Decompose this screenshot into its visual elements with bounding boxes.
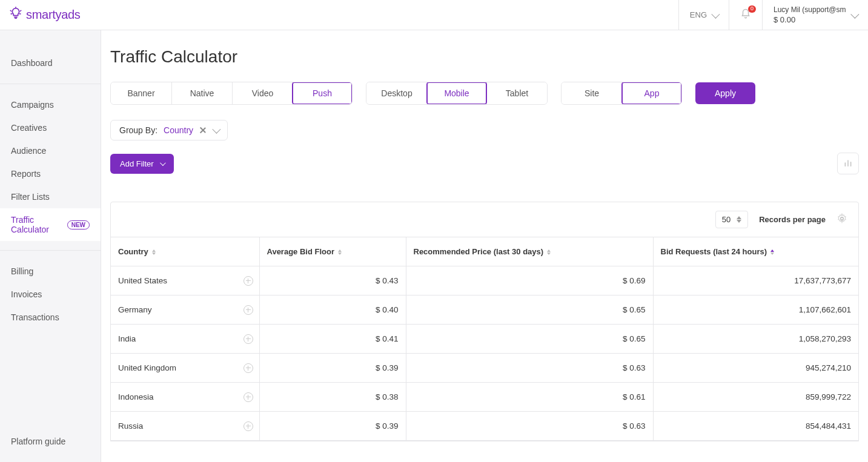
sidebar-item-audience[interactable]: Audience — [0, 139, 101, 162]
sidebar-item-label: Transactions — [11, 312, 59, 322]
filter-row: BannerNativeVideoPush DesktopMobileTable… — [110, 82, 859, 105]
new-badge: NEW — [67, 220, 90, 229]
main-content: Traffic Calculator BannerNativeVideoPush… — [101, 30, 868, 462]
sidebar-item-label: Billing — [11, 266, 33, 276]
sidebar-item-label: Audience — [11, 146, 46, 156]
add-filter-label: Add Filter — [120, 159, 154, 168]
page-size-selector[interactable]: 50 — [715, 211, 748, 228]
sidebar-item-transactions[interactable]: Transactions — [0, 306, 101, 329]
cell-value: 854,484,431 — [653, 412, 858, 441]
seg-format-push[interactable]: Push — [292, 82, 353, 105]
sidebar-item-traffic-calculator[interactable]: Traffic CalculatorNEW — [0, 208, 101, 241]
cell-country: United Kingdom — [111, 354, 259, 383]
gear-icon — [837, 217, 847, 226]
table-row: Russia$ 0.39$ 0.63854,484,431 — [111, 412, 858, 441]
apply-button[interactable]: Apply — [695, 82, 755, 104]
column-header[interactable]: Country — [111, 237, 259, 266]
filter-actions: Add Filter — [110, 153, 859, 174]
cell-value: $ 0.40 — [259, 295, 406, 325]
seg-placement-app[interactable]: App — [621, 82, 682, 105]
seg-format-banner[interactable]: Banner — [111, 82, 171, 104]
table-row: United Kingdom$ 0.39$ 0.63945,274,210 — [111, 354, 858, 383]
cell-value: $ 0.38 — [259, 383, 406, 412]
user-name: Lucy Mil (support@sma — [774, 5, 846, 14]
bar-chart-icon — [843, 158, 853, 170]
table-toolbar: 50 Records per page — [111, 202, 858, 237]
lang-selector[interactable]: ENG — [678, 0, 729, 30]
table-row: India$ 0.41$ 0.651,058,270,293 — [111, 325, 858, 354]
add-filter-button[interactable]: Add Filter — [110, 154, 174, 174]
cell-value: 859,999,722 — [653, 383, 858, 412]
sort-icon — [547, 249, 551, 255]
sidebar-item-filter-lists[interactable]: Filter Lists — [0, 185, 101, 208]
seg-format-native[interactable]: Native — [171, 82, 232, 104]
seg-group-format: BannerNativeVideoPush — [110, 82, 353, 105]
sidebar-item-label: Platform guide — [11, 437, 65, 446]
group-by-label: Group By: — [119, 125, 157, 135]
user-balance: $ 0.00 — [774, 15, 846, 24]
sidebar-item-billing[interactable]: Billing — [0, 260, 101, 283]
column-header[interactable]: Bid Requests (last 24 hours) — [653, 237, 858, 266]
brand-name: smartyads — [26, 8, 81, 22]
page-title: Traffic Calculator — [110, 47, 859, 67]
seg-device-tablet[interactable]: Tablet — [486, 82, 547, 104]
cell-value: 1,058,270,293 — [653, 325, 858, 354]
sidebar-item-campaigns[interactable]: Campaigns — [0, 93, 101, 116]
sidebar-item-reports[interactable]: Reports — [0, 162, 101, 185]
sidebar-item-label: Dashboard — [11, 58, 53, 68]
user-menu[interactable]: Lucy Mil (support@sma $ 0.00 — [762, 0, 868, 30]
column-label: Bid Requests (last 24 hours) — [661, 247, 767, 256]
seg-device-desktop[interactable]: Desktop — [366, 82, 427, 104]
nav-group-mid: CampaignsCreativesAudienceReportsFilter … — [0, 84, 101, 250]
close-icon[interactable] — [199, 127, 207, 134]
sidebar-item-invoices[interactable]: Invoices — [0, 283, 101, 306]
nav-group-top: Dashboard — [0, 42, 101, 84]
cell-value: $ 0.39 — [259, 412, 406, 441]
lang-label: ENG — [690, 10, 707, 19]
sidebar-item-creatives[interactable]: Creatives — [0, 116, 101, 139]
chart-view-button[interactable] — [837, 153, 859, 174]
brand-logo[interactable]: smartyads — [9, 7, 81, 23]
column-header[interactable]: Average Bid Floor — [259, 237, 406, 266]
cell-value: $ 0.43 — [259, 266, 406, 295]
seg-format-video[interactable]: Video — [232, 82, 293, 104]
settings-button[interactable] — [837, 213, 847, 226]
sort-icon — [338, 249, 342, 255]
cell-country: United States — [111, 266, 259, 295]
cell-value: $ 0.39 — [259, 354, 406, 383]
cell-value: $ 0.65 — [406, 295, 653, 325]
add-circle-icon[interactable] — [244, 305, 253, 315]
cell-value: 945,274,210 — [653, 354, 858, 383]
group-by-selector[interactable]: Group By: Country — [110, 120, 228, 140]
add-circle-icon[interactable] — [244, 363, 253, 373]
add-circle-icon[interactable] — [244, 334, 253, 344]
sidebar-item-label: Campaigns — [11, 100, 54, 110]
chevron-down-icon — [711, 10, 720, 18]
group-by-value: Country — [164, 125, 193, 135]
sidebar-item-label: Invoices — [11, 289, 42, 299]
nav-group-footer: Platform guide — [0, 421, 101, 462]
seg-placement-site[interactable]: Site — [562, 82, 622, 104]
sidebar-item-label: Reports — [11, 169, 41, 179]
sidebar-item-label: Creatives — [11, 123, 47, 133]
data-table: CountryAverage Bid FloorRecommended Pric… — [111, 237, 858, 441]
stepper-icon — [737, 216, 741, 223]
cell-value: $ 0.41 — [259, 325, 406, 354]
svg-point-0 — [841, 217, 844, 220]
notifications-button[interactable]: 0 — [729, 0, 762, 30]
add-circle-icon[interactable] — [244, 276, 253, 286]
cell-value: $ 0.61 — [406, 383, 653, 412]
seg-device-mobile[interactable]: Mobile — [426, 82, 487, 105]
column-label: Average Bid Floor — [267, 247, 334, 256]
column-label: Recommended Price (last 30 days) — [414, 247, 544, 256]
sidebar-item-platform-guide[interactable]: Platform guide — [0, 430, 101, 453]
notification-badge: 0 — [748, 5, 756, 13]
seg-group-placement: SiteApp — [561, 82, 682, 105]
header: smartyads ENG 0 Lucy Mil (support@sma $ … — [0, 0, 868, 30]
page-size-label: Records per page — [759, 215, 826, 224]
add-circle-icon[interactable] — [244, 421, 253, 431]
add-circle-icon[interactable] — [244, 392, 253, 402]
cell-country: Germany — [111, 295, 259, 325]
sidebar-item-dashboard[interactable]: Dashboard — [0, 51, 101, 74]
column-header[interactable]: Recommended Price (last 30 days) — [406, 237, 653, 266]
